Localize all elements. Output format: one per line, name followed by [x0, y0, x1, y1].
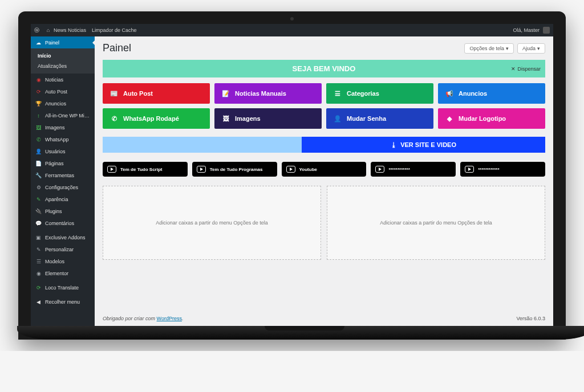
sidebar-item-label: WhatsApp [45, 137, 90, 142]
quick-tile[interactable]: 📢Anuncios [438, 83, 545, 104]
sidebar-item[interactable]: ✆WhatsApp [31, 133, 95, 145]
sidebar-item[interactable]: ◉Elementor [31, 267, 95, 279]
tile-icon: ✆ [110, 114, 119, 123]
home-icon: ⌂ [45, 27, 51, 34]
screen-options-label: Opções de tela [469, 46, 504, 51]
screen-meta-buttons: Opções de tela ▾ Ajuda ▾ [464, 43, 545, 54]
menu-icon: ↕ [35, 112, 42, 119]
body-wrap: ☁ Painel Início Atualizações ◉Noticias⟳A… [31, 36, 553, 326]
video-link-label: ************ [478, 167, 499, 172]
video-link-tile[interactable]: ************ [460, 162, 545, 177]
play-icon [107, 166, 116, 173]
quick-tile[interactable]: 👤Mudar Senha [326, 108, 433, 129]
screen-options-button[interactable]: Opções de tela ▾ [464, 43, 514, 54]
wp-logo[interactable]: ⓦ [34, 27, 39, 34]
play-icon [197, 166, 206, 173]
laptop-frame: ⓦ ⌂ News Noticias Limpador de Cache Olá,… [18, 11, 566, 340]
sidebar-submenu: Início Atualizações [31, 48, 95, 74]
play-icon [465, 166, 474, 173]
sidebar-item-label: Modelos [45, 259, 90, 264]
sidebar-item-label: Usuários [45, 149, 90, 154]
metabox-containers: Adicionar caixas a partir do menu Opções… [103, 186, 545, 260]
video-link-tile[interactable]: Youtube [282, 162, 367, 177]
menu-icon: 📄 [35, 160, 42, 166]
footer-thanks: Obrigado por criar com WordPress. [103, 316, 183, 321]
video-link-tile[interactable]: ************ [371, 162, 456, 177]
quick-tile[interactable]: 📝Noticias Manuais [214, 83, 322, 104]
sidebar-item[interactable]: ▣Exclusive Addons [31, 231, 95, 243]
footer-thanks-pre: Obrigado por criar com [103, 316, 157, 321]
collapse-icon: ◀ [35, 299, 42, 305]
sidebar-item[interactable]: 💬Comentários [31, 217, 95, 229]
translate-icon: ⟳ [35, 284, 42, 291]
chevron-down-icon: ▾ [537, 46, 540, 51]
sidebar-collapse[interactable]: ◀ Recolher menu [31, 296, 95, 308]
menu-icon: 🏆 [35, 100, 42, 107]
sidebar-item[interactable]: 👤Usuários [31, 145, 95, 157]
sidebar-item[interactable]: 🔌Plugins [31, 205, 95, 217]
sidebar-item[interactable]: 🔧Ferramentas [31, 169, 95, 181]
menu-icon: 💬 [35, 220, 42, 226]
empty-metabox-right[interactable]: Adicionar caixas a partir do menu Opções… [327, 186, 545, 260]
sidebar-item-label: Exclusive Addons [45, 235, 90, 240]
site-video-bar: ⭳ VER SITE E VIDEO [103, 137, 545, 153]
quick-tile[interactable]: 🖼Imagens [214, 108, 322, 129]
tile-label: Mudar Logotipo [459, 115, 506, 122]
play-icon [375, 166, 384, 173]
greeting-text[interactable]: Olá, Master [513, 27, 540, 33]
menu-icon: ▣ [35, 234, 42, 240]
tile-label: Anuncios [459, 90, 487, 97]
sidebar-item[interactable]: ↕All-in-One WP Migration [31, 109, 95, 121]
laptop-camera [290, 17, 294, 21]
menu-icon: ⚙ [35, 184, 42, 190]
help-button[interactable]: Ajuda ▾ [517, 43, 545, 54]
video-link-label: Tem de Tudo Script [120, 167, 162, 172]
wordpress-link[interactable]: WordPress [157, 316, 182, 321]
sidebar-item-label: Anuncios [45, 101, 90, 107]
menu-icon: ✎ [35, 196, 42, 202]
laptop-base [17, 326, 584, 340]
sidebar-item-loco[interactable]: ⟳ Loco Translate [31, 281, 95, 293]
quick-tile[interactable]: ✆WhatsApp Rodapé [103, 108, 210, 129]
menu-icon: ☰ [35, 258, 42, 264]
sidebar-item-label: Ferramentas [45, 173, 90, 178]
sidebar-item[interactable]: ⟳Auto Post [31, 85, 95, 97]
quick-tile[interactable]: ☰Categorias [326, 83, 433, 104]
version-text: Versão 6.0.3 [516, 316, 545, 321]
sidebar-item[interactable]: 📄Páginas [31, 157, 95, 169]
dropzone-text: Adicionar caixas a partir do menu Opções… [156, 220, 268, 226]
cache-cleaner-link[interactable]: Limpador de Cache [92, 27, 137, 33]
sidebar-item-painel[interactable]: ☁ Painel [31, 36, 95, 48]
sidebar-item[interactable]: 🏆Anuncios [31, 97, 95, 109]
admin-top-bar: ⓦ ⌂ News Noticias Limpador de Cache Olá,… [31, 24, 553, 36]
quick-tile[interactable]: ◆Mudar Logotipo [438, 108, 545, 129]
sidebar-item[interactable]: ✎Personalizar [31, 243, 95, 255]
view-site-button[interactable]: ⭳ VER SITE E VIDEO [302, 137, 545, 153]
quick-tile[interactable]: 📰Auto Post [103, 83, 210, 104]
tile-icon: 🖼 [221, 114, 230, 123]
sidebar-item[interactable]: ☰Modelos [31, 255, 95, 267]
menu-icon: ✆ [35, 136, 42, 142]
menu-icon: ✎ [35, 246, 42, 252]
download-icon: ⭳ [391, 141, 397, 148]
quick-tiles-grid: 📰Auto Post📝Noticias Manuais☰Categorias📢A… [103, 83, 545, 129]
sidebar-item[interactable]: ◉Noticias [31, 74, 95, 85]
dismiss-button[interactable]: ✕ Dispensar [511, 66, 541, 72]
video-link-tile[interactable]: Tem de Tudo Script [103, 162, 188, 177]
sidebar-item-label: Aparência [45, 197, 90, 202]
sidebar-item[interactable]: ⚙Configurações [31, 181, 95, 193]
sidebar-item-label: Configurações [45, 185, 90, 190]
site-link[interactable]: ⌂ News Noticias [45, 27, 86, 34]
video-link-tile[interactable]: Tem de Tudo Programas [192, 162, 277, 177]
tile-label: Categorias [347, 90, 379, 97]
sidebar-item-label: Painel [45, 40, 90, 46]
tile-label: WhatsApp Rodapé [123, 115, 179, 122]
submenu-inicio[interactable]: Início [31, 51, 95, 61]
submenu-atualizacoes[interactable]: Atualizações [31, 61, 95, 71]
empty-metabox-left[interactable]: Adicionar caixas a partir do menu Opções… [103, 186, 321, 260]
sidebar-item-label: Noticias [45, 77, 90, 83]
sidebar-item[interactable]: 🖼Imagens [31, 121, 95, 133]
sidebar-item-label: Comentários [45, 220, 90, 226]
sidebar-item[interactable]: ✎Aparência [31, 193, 95, 205]
avatar[interactable] [543, 27, 550, 34]
